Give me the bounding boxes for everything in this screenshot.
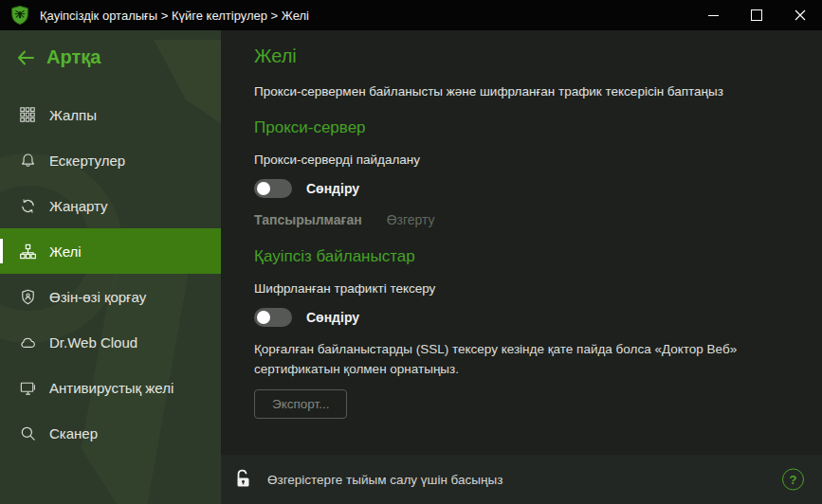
back-button[interactable]: Артқа xyxy=(0,30,221,68)
sidebar-item-notifications[interactable]: Ескертулер xyxy=(0,137,221,183)
grid-icon xyxy=(18,105,37,124)
secure-connections-heading: Қауіпсіз байланыстар xyxy=(254,247,784,266)
maximize-icon[interactable] xyxy=(735,0,778,30)
page-title: Желі xyxy=(254,44,784,68)
proxy-value-row: Тапсырылмаған Өзгерту xyxy=(254,212,784,227)
footer-bar: Өзгерістерге тыйым салу үшін басыңыз ? xyxy=(221,455,822,504)
title-bar: Қауіпсіздік орталығы > Күйге келтірулер … xyxy=(0,0,822,30)
network-settings-panel: Желі Прокси-сервермен байланысты және ши… xyxy=(221,30,822,455)
sidebar-item-label: Ескертулер xyxy=(49,153,125,169)
toggle-knob xyxy=(257,311,270,324)
bell-icon xyxy=(18,151,37,170)
ssl-toggle-state-label: Сөндіру xyxy=(306,310,359,325)
shield-person-icon xyxy=(18,287,37,306)
settings-sidebar: Артқа Жалпы Ескертулер xyxy=(0,30,221,504)
sidebar-item-general[interactable]: Жалпы xyxy=(0,92,221,137)
sidebar-item-label: Антивирустық желі xyxy=(49,380,174,396)
ssl-toggle[interactable] xyxy=(254,308,292,327)
help-icon[interactable]: ? xyxy=(782,469,804,491)
proxy-toggle-row: Сөндіру xyxy=(254,179,784,198)
sidebar-item-self-protection[interactable]: Өзін-өзі қорғау xyxy=(0,274,221,319)
drweb-shield-spider-icon xyxy=(9,5,30,26)
minimize-icon[interactable] xyxy=(691,0,735,30)
ssl-toggle-caption: Шифрланған трафикті тексеру xyxy=(254,281,784,296)
lock-changes-control[interactable]: Өзгерістерге тыйым салу үшін басыңыз xyxy=(233,468,502,491)
proxy-toggle-state-label: Сөндіру xyxy=(306,181,359,196)
sidebar-item-drweb-cloud[interactable]: Dr.Web Cloud xyxy=(0,319,221,365)
sidebar-item-scanner[interactable]: Сканер xyxy=(0,410,221,456)
sidebar-item-label: Өзін-өзі қорғау xyxy=(49,289,146,305)
toggle-knob xyxy=(257,182,270,195)
proxy-change-link[interactable]: Өзгерту xyxy=(387,212,435,227)
proxy-toggle[interactable] xyxy=(254,179,292,198)
window-controls xyxy=(691,0,822,30)
ssl-toggle-row: Сөндіру xyxy=(254,308,784,327)
proxy-current-value: Тапсырылмаған xyxy=(254,212,362,227)
page-description: Прокси-сервермен байланысты және шифрлан… xyxy=(254,84,784,99)
back-label: Артқа xyxy=(46,46,100,68)
export-button[interactable]: Экспорт... xyxy=(254,389,347,419)
network-icon xyxy=(18,242,37,261)
search-icon xyxy=(18,423,37,442)
sidebar-item-antivirus-network[interactable]: Антивирустық желі xyxy=(0,365,221,410)
close-icon[interactable] xyxy=(778,0,822,30)
arrow-left-icon xyxy=(17,50,34,65)
monitor-icon xyxy=(18,378,37,397)
proxy-toggle-caption: Прокси-серверді пайдалану xyxy=(254,153,784,167)
sidebar-item-network[interactable]: Желі xyxy=(0,228,221,274)
sidebar-item-label: Желі xyxy=(49,243,82,260)
certificate-note: Қорғалған байланыстарды (SSL) тексеру ке… xyxy=(254,339,784,379)
sidebar-item-update[interactable]: Жаңарту xyxy=(0,183,221,228)
sidebar-item-label: Жалпы xyxy=(49,107,97,123)
proxy-section-heading: Прокси-сервер xyxy=(254,118,784,137)
sidebar-item-label: Dr.Web Cloud xyxy=(49,334,137,351)
breadcrumb: Қауіпсіздік орталығы > Күйге келтірулер … xyxy=(40,9,309,23)
lock-hint-text: Өзгерістерге тыйым салу үшін басыңыз xyxy=(267,473,502,487)
cloud-icon xyxy=(18,333,37,351)
refresh-icon xyxy=(18,196,37,215)
sidebar-item-label: Сканер xyxy=(49,425,98,441)
unlock-icon xyxy=(233,468,255,491)
sidebar-menu: Жалпы Ескертулер Жаңарту xyxy=(0,92,221,456)
sidebar-item-label: Жаңарту xyxy=(49,198,108,214)
